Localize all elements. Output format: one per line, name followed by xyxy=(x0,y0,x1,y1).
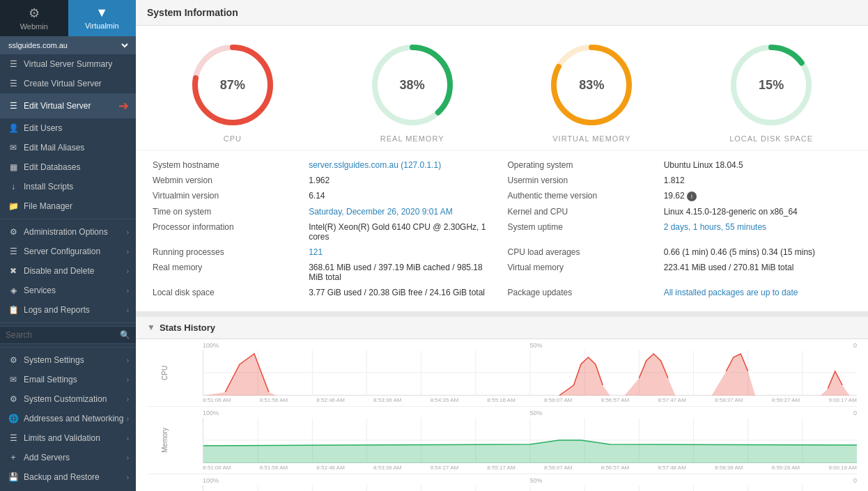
real-memory-gauge-wrap: 38% xyxy=(367,40,458,130)
search-input[interactable] xyxy=(6,330,120,340)
logs-and-reports-icon: 📋 xyxy=(7,305,20,315)
sidebar-item-administration-options[interactable]: ⚙ Administration Options › xyxy=(0,222,136,242)
virtualmin-label: Virtualmin xyxy=(85,22,119,30)
cpu-x-label-5: 8:55:16 AM xyxy=(487,397,515,403)
divider-2 xyxy=(0,322,136,323)
info-table-wrap: System hostname server.sslguides.com.au … xyxy=(136,150,868,311)
addresses-networking-arrow: › xyxy=(127,415,129,423)
sidebar-item-edit-users[interactable]: 👤 Edit Users xyxy=(0,118,136,138)
value-time-on-system: Saturday, December 26, 2020 9:01 AM xyxy=(303,204,502,219)
sidebar: ⚙ Webmin ▼ Virtualmin sslguides.com.au ☰… xyxy=(0,0,136,491)
svg-marker-20 xyxy=(203,354,276,396)
sidebar-item-addresses-and-networking[interactable]: 🌐 Addresses and Networking › xyxy=(0,409,136,428)
memory-chart-label: Memory xyxy=(147,407,182,474)
sidebar-item-virtual-server-summary[interactable]: ☰ Virtual Server Summary xyxy=(0,54,136,74)
cpu-x-label-0: 8:51:06 AM xyxy=(203,397,231,403)
table-row: Running processes 121 CPU load averages … xyxy=(147,244,857,260)
virtual-memory-gauge-title: VIRTUAL MEMORY xyxy=(552,134,630,143)
administration-options-arrow: › xyxy=(127,228,129,236)
swap-chart-svg xyxy=(203,485,857,491)
mem-x-label-5: 8:55:17 AM xyxy=(487,465,515,471)
file-manager-label: File Manager xyxy=(24,201,129,211)
limits-validation-arrow: › xyxy=(127,435,129,442)
edit-virtual-server-icon: ☰ xyxy=(7,101,20,111)
value-authentic-theme: 19.62 i xyxy=(658,188,857,204)
mem-y-50: 50% xyxy=(530,410,543,416)
swap-y-50: 50% xyxy=(530,477,543,484)
domain-selector[interactable]: sslguides.com.au xyxy=(0,36,136,54)
cpu-x-label-11: 9:00:17 AM xyxy=(828,397,856,403)
label-running-processes: Running processes xyxy=(147,244,303,260)
sidebar-item-file-manager[interactable]: 📁 File Manager xyxy=(0,196,136,216)
value-operating-system: Ubuntu Linux 18.04.5 xyxy=(658,157,857,173)
sidebar-item-install-scripts[interactable]: ↓ Install Scripts xyxy=(0,177,136,196)
cpu-chart-svg xyxy=(203,350,857,396)
chart-area: CPU 100% 50% 0 xyxy=(136,339,868,491)
sidebar-item-add-servers[interactable]: + Add Servers › xyxy=(0,448,136,467)
label-virtualmin-version: Virtualmin version xyxy=(147,188,303,204)
install-scripts-label: Install Scripts xyxy=(24,182,129,192)
sidebar-item-logs-and-reports[interactable]: 📋 Logs and Reports › xyxy=(0,300,136,320)
swap-y-100: 100% xyxy=(203,477,219,484)
server-configuration-arrow: › xyxy=(127,248,129,256)
sidebar-item-backup-and-restore[interactable]: 💾 Backup and Restore › xyxy=(0,467,136,487)
administration-options-icon: ⚙ xyxy=(7,227,20,237)
label-system-uptime: System uptime xyxy=(502,219,658,244)
label-time-on-system: Time on system xyxy=(147,204,303,219)
disable-and-delete-label: Disable and Delete xyxy=(24,266,127,276)
value-webmin-version: 1.962 xyxy=(303,173,502,188)
system-info-header: System Information xyxy=(136,0,868,26)
package-updates-link[interactable]: All installed packages are up to date xyxy=(664,288,798,297)
label-processor-info: Processor information xyxy=(147,219,303,244)
sidebar-item-services[interactable]: ◈ Services › xyxy=(0,281,136,300)
system-hostname-link[interactable]: server.sslguides.com.au (127.0.1.1) xyxy=(309,160,441,170)
system-info-panel: System Information 87% CPU xyxy=(136,0,868,311)
info-icon[interactable]: i xyxy=(687,192,697,201)
swap-y-0: 0 xyxy=(853,477,857,484)
logs-and-reports-arrow: › xyxy=(127,306,129,314)
mem-x-label-3: 8:53:36 AM xyxy=(373,465,401,471)
local-disk-gauge-wrap: 15% xyxy=(726,40,816,130)
svg-marker-23 xyxy=(712,354,756,396)
sidebar-item-limits-and-validation[interactable]: ☰ Limits and Validation › xyxy=(0,428,136,448)
edit-users-icon: 👤 xyxy=(7,123,20,133)
time-link[interactable]: Saturday, December 26, 2020 9:01 AM xyxy=(309,207,453,217)
local-disk-gauge-title: LOCAL DISK SPACE xyxy=(729,134,813,143)
uptime-link[interactable]: 2 days, 1 hours, 55 minutes xyxy=(664,222,766,232)
local-disk-gauge-label: 15% xyxy=(759,78,784,93)
sidebar-item-edit-mail-aliases[interactable]: ✉ Edit Mail Aliases xyxy=(0,138,136,157)
sidebar-item-edit-virtual-server[interactable]: ☰ Edit Virtual Server ➔ xyxy=(0,93,136,118)
sidebar-item-email-settings[interactable]: ✉ Email Settings › xyxy=(0,370,136,389)
services-label: Services xyxy=(24,286,127,295)
mem-y-0: 0 xyxy=(853,410,857,416)
email-settings-icon: ✉ xyxy=(7,375,20,384)
table-row: System hostname server.sslguides.com.au … xyxy=(147,157,857,173)
mem-x-label-4: 8:54:27 AM xyxy=(431,465,458,471)
local-disk-gauge: 15% LOCAL DISK SPACE xyxy=(702,40,841,143)
table-row: Processor information Intel(R) Xeon(R) G… xyxy=(147,219,857,244)
stats-collapse-icon[interactable]: ▼ xyxy=(147,322,155,332)
cpu-gauge-title: CPU xyxy=(224,134,242,143)
sidebar-item-edit-databases[interactable]: ▦ Edit Databases xyxy=(0,157,136,177)
sidebar-item-list-virtual-servers[interactable]: ☰ List Virtual Servers xyxy=(0,487,136,491)
sidebar-item-system-settings[interactable]: ⚙ System Settings › xyxy=(0,350,136,370)
mem-x-label-0: 8:51:06 AM xyxy=(203,465,231,471)
sidebar-item-disable-and-delete[interactable]: ✖ Disable and Delete › xyxy=(0,261,136,281)
processes-link[interactable]: 121 xyxy=(309,247,323,257)
sidebar-item-server-configuration[interactable]: ☰ Server Configuration › xyxy=(0,242,136,261)
sidebar-item-create-virtual-server[interactable]: ☰ Create Virtual Server xyxy=(0,74,136,93)
table-row: Virtualmin version 6.14 Authentic theme … xyxy=(147,188,857,204)
main-content: System Information 87% CPU xyxy=(136,0,868,491)
webmin-icon: ⚙ xyxy=(3,6,65,21)
administration-options-label: Administration Options xyxy=(24,227,127,237)
domain-dropdown[interactable]: sslguides.com.au xyxy=(6,40,130,50)
sidebar-header: ⚙ Webmin ▼ Virtualmin xyxy=(0,0,136,36)
search-icon: 🔍 xyxy=(120,330,130,340)
label-authentic-theme: Authentic theme version xyxy=(502,188,658,204)
cpu-x-label-2: 8:52:46 AM xyxy=(316,397,344,403)
virtualmin-tab[interactable]: ▼ Virtualmin xyxy=(68,0,137,36)
addresses-networking-icon: 🌐 xyxy=(7,414,20,423)
value-virtual-memory: 223.41 MiB used / 270.81 MiB total xyxy=(658,260,857,285)
sidebar-item-system-customization[interactable]: ⚙ System Customization › xyxy=(0,389,136,409)
webmin-tab[interactable]: ⚙ Webmin xyxy=(0,0,68,36)
